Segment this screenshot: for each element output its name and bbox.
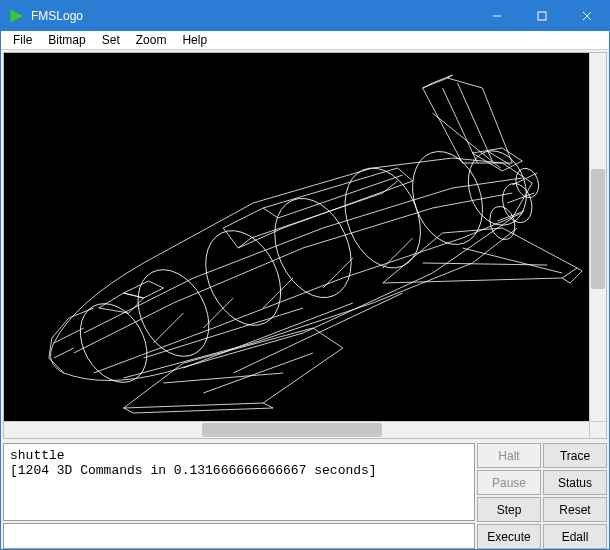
halt-button[interactable]: Halt [477, 443, 541, 468]
menu-help[interactable]: Help [174, 31, 215, 49]
svg-point-5 [67, 292, 161, 395]
svg-rect-2 [538, 12, 546, 20]
menu-bitmap[interactable]: Bitmap [40, 31, 93, 49]
svg-point-6 [124, 257, 223, 368]
output-history[interactable]: shuttle [1204 3D Commands in 0.131666666… [3, 443, 475, 521]
execute-button[interactable]: Execute [477, 524, 541, 549]
menu-zoom[interactable]: Zoom [128, 31, 175, 49]
commander-panel: shuttle [1204 3D Commands in 0.131666666… [3, 443, 607, 549]
svg-point-9 [331, 157, 435, 280]
pause-button[interactable]: Pause [477, 470, 541, 495]
command-input[interactable] [3, 523, 475, 549]
maximize-button[interactable] [519, 1, 564, 31]
window-title: FMSLogo [31, 9, 83, 23]
trace-button[interactable]: Trace [543, 443, 607, 468]
menu-file[interactable]: File [5, 31, 40, 49]
titlebar[interactable]: FMSLogo [1, 1, 609, 31]
svg-point-7 [191, 218, 296, 338]
vertical-scrollbar[interactable] [589, 53, 606, 421]
minimize-button[interactable] [474, 1, 519, 31]
app-window: FMSLogo File Bitmap Set Zoom Help [0, 0, 610, 550]
scroll-corner [589, 421, 606, 438]
menubar: File Bitmap Set Zoom Help [1, 31, 609, 50]
output-line: [1204 3D Commands in 0.131666666666667 s… [10, 463, 377, 478]
output-line: shuttle [10, 448, 65, 463]
svg-point-13 [486, 203, 519, 243]
step-button[interactable]: Step [477, 497, 541, 522]
horizontal-scrollbar[interactable] [4, 421, 589, 438]
drawing-canvas[interactable] [4, 53, 589, 421]
svg-point-8 [260, 186, 366, 309]
menu-set[interactable]: Set [94, 31, 128, 49]
horizontal-scrollbar-thumb[interactable] [202, 423, 382, 437]
app-icon [7, 7, 25, 25]
close-button[interactable] [564, 1, 609, 31]
command-buttons: Halt Trace Pause Status Step Reset Execu… [477, 443, 607, 549]
reset-button[interactable]: Reset [543, 497, 607, 522]
vertical-scrollbar-thumb[interactable] [591, 169, 605, 289]
status-button[interactable]: Status [543, 470, 607, 495]
svg-marker-0 [10, 9, 22, 23]
canvas-area [3, 52, 607, 439]
edall-button[interactable]: Edall [543, 524, 607, 549]
